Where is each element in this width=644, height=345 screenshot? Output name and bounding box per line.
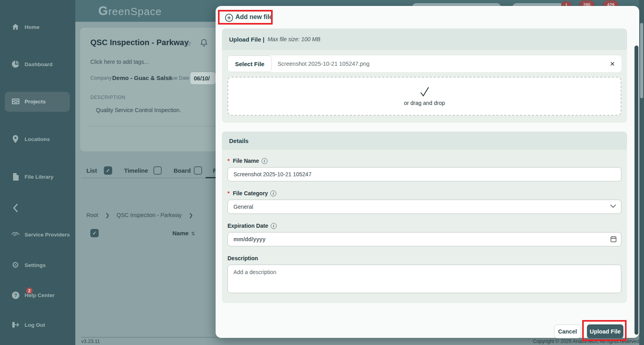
description-label-text: Description [227,255,258,261]
details-section: Details * File Name i * File Category i [222,132,627,303]
greenspace-logo: GreenSpace [98,4,162,18]
chevron-right-icon: ❯ [105,212,109,218]
sidebar-item-label: File Library [25,174,54,180]
file-name-label-text: File Name [233,158,259,164]
file-name-input[interactable] [227,167,621,181]
sidebar-item-label: Service Providers [25,232,70,238]
remove-file-icon[interactable]: ✕ [610,60,615,68]
file-category-select[interactable]: General [227,200,621,214]
upload-section-header: Upload File | Max file size: 100 MB [222,29,627,50]
sidebar-item-projects[interactable]: Projects [0,93,75,109]
sidebar-item-label: Dashboard [25,61,53,67]
tabs-underline [81,178,216,178]
tab-list-checkbox[interactable]: ✓ [104,166,112,175]
logo-glyph: G [98,4,108,18]
file-name-label: * File Name i [227,158,621,164]
tab-timeline-label[interactable]: Timeline [124,167,148,174]
sidebar-item-label: Projects [25,99,46,105]
sidebar-item-settings[interactable]: ⚙ Settings [0,257,75,273]
company-value: Demo - Guac & Salsa [112,74,172,81]
info-icon[interactable]: i [271,223,277,229]
select-all-checkbox[interactable]: ✓ [90,229,99,237]
active-tab-indicator [206,177,216,178]
projects-inbox-icon [11,97,20,106]
gear-icon: ⚙ [11,261,20,269]
drag-drop-hint: or drag and drop [404,100,445,106]
details-section-header: Details [222,132,627,150]
sidebar-item-label: Settings [25,262,46,268]
annotation-box-add-new-file [218,10,273,25]
file-icon [11,172,20,181]
chevron-right-icon: ❯ [189,212,193,218]
svg-text:?: ? [14,293,17,298]
help-question-icon: ? 2 [11,291,20,299]
cancel-button[interactable]: Cancel [554,324,581,338]
annotation-box-upload-file [582,320,627,341]
sidebar-item-service-providers[interactable]: Service Providers [0,227,75,242]
upload-section-title: Upload File | [229,36,264,43]
sidebar-item-locations[interactable]: Locations [0,131,75,147]
project-description-text: Quality Service Control Inspection. [96,107,181,113]
info-icon[interactable]: i [270,191,276,196]
chevron-down-icon [610,204,616,208]
breadcrumb-root[interactable]: Root [86,212,98,218]
sidebar-item-dashboard[interactable]: Dashboard [0,56,75,72]
select-file-button[interactable]: Select File [227,55,272,72]
description-section-label: DESCRIPTION [90,95,126,100]
file-name-group: * File Name i [227,158,621,181]
file-category-label-text: File Category [233,190,268,196]
logout-icon [11,320,20,329]
breadcrumb-project[interactable]: QSC Inspection - Parkway [117,212,182,218]
selected-filename: Screenshot 2025-10-21 105247.png [277,61,610,67]
drag-drop-zone[interactable]: or drag and drop [227,77,621,116]
description-group: Description [227,255,621,295]
sort-icon[interactable]: ⇅ [191,231,195,236]
sidebar-item-file-library[interactable]: File Library [0,169,75,185]
company-label: Company [90,75,112,81]
dashboard-pie-icon [11,60,20,69]
checkmark-icon [418,86,431,97]
app-screenshot: GreenSpace 1 285 429 QSC Inspection - Pa… [0,0,644,345]
page-scrollbar-thumb[interactable] [640,23,643,98]
location-pin-icon [11,135,20,143]
calendar-icon[interactable] [610,236,617,242]
table-column-name[interactable]: Name [172,230,189,236]
app-version: v3.23.11 [81,339,100,344]
logo-text: reenSpace [108,6,162,17]
info-icon[interactable]: i [262,158,268,164]
max-file-size-note: Max file size: 100 MB [268,36,320,42]
sidebar-item-home[interactable]: Home [0,19,75,35]
sidebar-item-label: Home [25,24,40,30]
file-category-label: * File Category i [227,190,621,196]
sidebar-item-help-center[interactable]: ? 2 Help Center [0,287,75,303]
file-category-group: * File Category i General [227,190,621,214]
add-tags-placeholder[interactable]: Click here to add tags... [90,59,149,65]
description-textarea[interactable] [227,265,621,293]
tab-list-label[interactable]: List [86,167,97,174]
tab-board-checkbox[interactable] [194,166,202,175]
tab-board-label[interactable]: Board [174,167,191,174]
modal-scrollbar-thumb[interactable] [634,46,638,335]
required-asterisk: * [227,158,229,164]
sidebar-item-label: Help Center [25,292,55,298]
home-icon [11,23,20,31]
sidebar-item-log-out[interactable]: Log Out [0,317,75,333]
expiration-date-label-text: Expiration Date [227,223,268,229]
selected-file-row: Select File Screenshot 2025-10-21 105247… [227,55,621,72]
handshake-icon [11,230,20,239]
due-date-field[interactable]: 06/10/ [190,72,216,85]
sidebar-collapse-button[interactable] [0,200,75,216]
add-new-file-modal: Add new file Upload File | Max file size… [216,6,639,338]
sidebar-item-label: Locations [25,136,50,142]
sidebar-item-label: Log Out [25,322,45,328]
upload-file-section: Upload File | Max file size: 100 MB Sele… [222,29,627,123]
favorite-star-icon[interactable]: ☆ [185,38,192,48]
bell-icon[interactable] [200,38,208,47]
expiration-date-input[interactable] [227,232,621,246]
details-fields: * File Name i * File Category i General [222,150,627,303]
expiration-date-label: Expiration Date i [227,223,621,229]
sidebar-nav: Home Dashboard Projects Locations File L… [0,0,75,345]
required-asterisk: * [227,190,229,196]
description-label: Description [227,255,621,261]
tab-timeline-checkbox[interactable] [153,166,162,175]
